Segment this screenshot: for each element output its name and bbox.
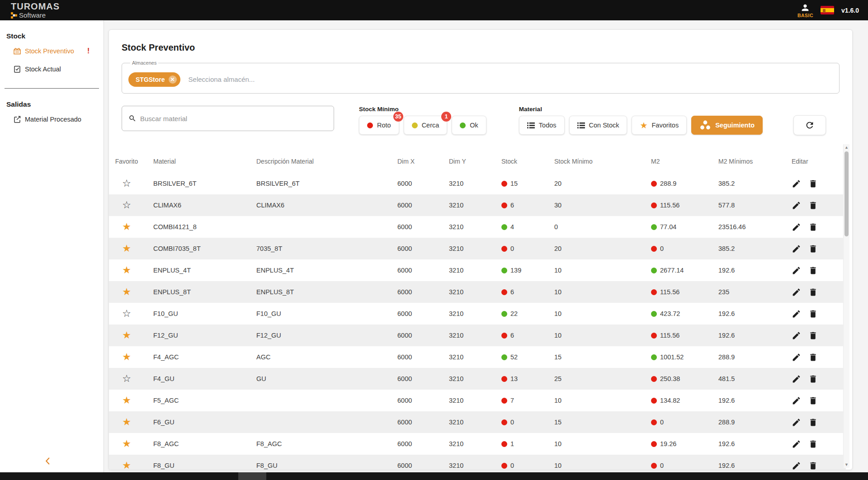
filter-con-stock-button[interactable]: Con Stock [569,116,627,135]
chip-remove-icon[interactable]: ✕ [169,75,177,84]
filter-seguimiento-button[interactable]: Seguimiento [691,116,763,135]
cell-editar [783,396,846,405]
cell-stock-minimo: 10 [545,288,642,296]
cell-editar [783,287,846,297]
status-dot-icon [501,398,507,404]
table-row: ★F8_AGCF8_AGC6000321011019.26192.6 [109,433,846,455]
favorite-star-filled-icon[interactable]: ★ [122,287,131,297]
edit-pencil-icon[interactable] [792,222,801,232]
status-dot-icon [501,268,507,273]
cell-dim-x: 6000 [388,288,440,296]
sidebar-item-material-procesado[interactable]: Material Procesado [0,110,104,128]
sidebar-item-label: Material Procesado [25,116,81,123]
cell-dim-y: 3210 [440,397,492,404]
edit-pencil-icon[interactable] [792,418,801,427]
filter-favoritos-button[interactable]: ★ Favoritos [632,116,687,135]
favorite-star-outline-icon[interactable]: ☆ [122,200,131,210]
delete-trash-icon[interactable] [808,244,818,254]
green-dot-icon [460,122,466,128]
edit-pencil-icon[interactable] [792,439,801,449]
favorite-star-filled-icon[interactable]: ★ [122,330,131,340]
edit-pencil-icon[interactable] [792,244,801,254]
delete-trash-icon[interactable] [808,396,818,405]
favorite-star-filled-icon[interactable]: ★ [122,461,131,470]
cell-dim-y: 3210 [440,310,492,317]
filter-cerca-button[interactable]: Cerca 1 [404,116,448,135]
sidebar-item-stock-actual[interactable]: Stock Actual [0,60,104,78]
cell-dim-x: 6000 [388,267,440,274]
scrollbar-thumb[interactable] [844,151,849,236]
refresh-button[interactable] [793,115,826,135]
delete-trash-icon[interactable] [808,179,818,188]
edit-pencil-icon[interactable] [792,461,801,471]
almacenes-select[interactable]: Almacenes STGStore ✕ Selecciona almacén.… [122,60,840,94]
delete-trash-icon[interactable] [808,331,818,340]
cell-dim-x: 6000 [388,397,440,404]
table-row: ☆BRSILVER_6TBRSILVER_6T600032101520288.9… [109,173,846,194]
edit-pencil-icon[interactable] [792,179,801,188]
cell-m2-minimos: 192.6 [709,440,783,447]
search-material-input[interactable] [140,115,327,122]
delete-trash-icon[interactable] [808,374,818,384]
delete-trash-icon[interactable] [808,287,818,297]
user-menu[interactable]: BASIC [797,3,813,18]
edit-pencil-icon[interactable] [792,309,801,319]
edit-pencil-icon[interactable] [792,353,801,362]
sidebar-item-stock-preventivo[interactable]: Stock Preventivo ! [0,42,104,60]
col-editar: Editar [783,158,846,165]
delete-trash-icon[interactable] [808,309,818,319]
red-dot-icon [367,122,373,128]
status-dot-icon [501,354,507,360]
page-title: Stock Preventivo [122,42,840,53]
edit-pencil-icon[interactable] [792,287,801,297]
filter-todos-button[interactable]: Todos [519,116,565,135]
favorite-star-filled-icon[interactable]: ★ [122,222,131,232]
favorite-star-outline-icon[interactable]: ☆ [122,309,131,319]
favorite-star-outline-icon[interactable]: ☆ [122,374,131,384]
cell-m2: 288.9 [642,180,709,187]
filter-ok-button[interactable]: Ok [452,116,486,135]
edit-pencil-icon[interactable] [792,201,801,210]
delete-trash-icon[interactable] [808,353,818,362]
cell-dim-y: 3210 [440,180,492,187]
alert-exclamation: ! [87,47,90,56]
favorite-star-filled-icon[interactable]: ★ [122,265,131,275]
favorite-star-filled-icon[interactable]: ★ [122,417,131,427]
edit-pencil-icon[interactable] [792,266,801,275]
delete-trash-icon[interactable] [808,418,818,427]
delete-trash-icon[interactable] [808,439,818,449]
status-dot-icon [501,181,507,187]
cell-m2-minimos: 385.2 [709,245,783,252]
filter-label: Con Stock [589,122,619,129]
delete-trash-icon[interactable] [808,201,818,210]
scroll-down-icon[interactable]: ▼ [844,461,849,468]
stock-preventivo-card: Stock Preventivo Almacenes STGStore ✕ Se… [108,29,853,470]
scroll-up-icon[interactable]: ▲ [844,144,849,151]
cell-dim-y: 3210 [440,223,492,231]
cell-description: ENPLUS_4T [247,267,388,274]
favorite-star-filled-icon[interactable]: ★ [122,244,131,254]
edit-pencil-icon[interactable] [792,396,801,405]
delete-trash-icon[interactable] [808,266,818,275]
status-dot-icon [501,224,507,230]
table-scrollbar[interactable]: ▲ ▼ [843,144,849,468]
edit-pencil-icon[interactable] [792,374,801,384]
delete-trash-icon[interactable] [808,461,818,471]
cell-dim-y: 3210 [440,440,492,447]
filter-roto-button[interactable]: Roto 35 [359,116,399,135]
cell-description: AGC [247,353,388,361]
favorite-star-outline-icon[interactable]: ☆ [122,179,131,188]
bottom-bar [0,472,868,480]
language-flag-spain[interactable] [821,6,834,14]
sidebar-collapse-button[interactable] [43,456,53,466]
delete-trash-icon[interactable] [808,222,818,232]
sidebar-divider [5,88,99,89]
edit-pencil-icon[interactable] [792,331,801,340]
favorite-star-filled-icon[interactable]: ★ [122,439,131,449]
favorite-star-filled-icon[interactable]: ★ [122,395,131,405]
favorite-star-filled-icon[interactable]: ★ [122,352,131,362]
cell-stock: 1 [492,440,545,447]
status-dot-icon [651,311,657,317]
cell-m2-minimos: 288.9 [709,419,783,426]
cell-m2: 423.72 [642,310,709,317]
